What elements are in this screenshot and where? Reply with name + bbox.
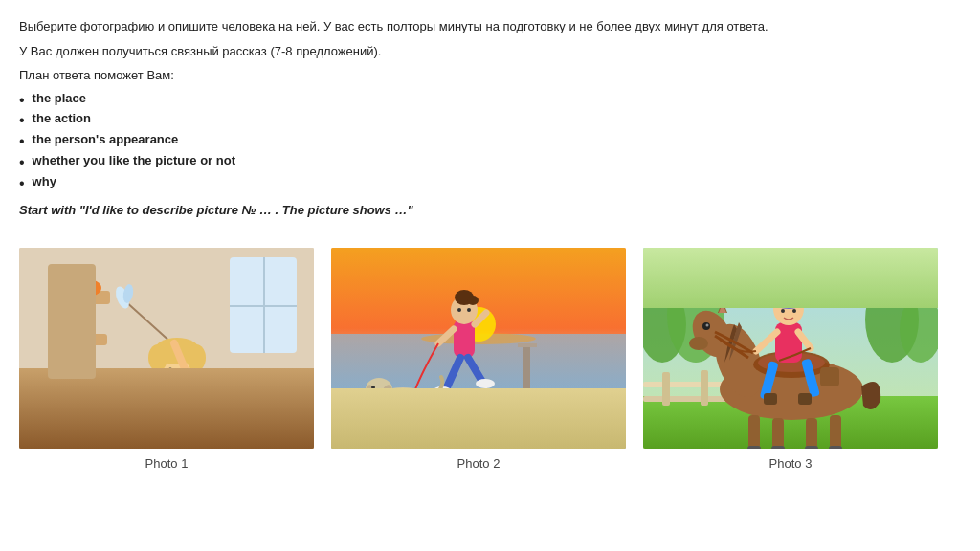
svg-point-57 — [366, 378, 392, 401]
photo-item-1[interactable]: Photo 1 — [19, 248, 314, 471]
svg-rect-9 — [53, 389, 115, 404]
svg-point-54 — [433, 386, 452, 396]
svg-rect-42 — [523, 343, 530, 391]
plan-item-1: •the place — [19, 91, 951, 111]
photo-caption-1: Photo 1 — [145, 456, 189, 471]
svg-point-35 — [142, 438, 161, 448]
svg-point-16 — [81, 281, 87, 285]
svg-point-106 — [781, 309, 785, 313]
plan-item-text-3: the person's appearance — [33, 132, 179, 146]
svg-rect-89 — [830, 415, 841, 449]
svg-point-30 — [168, 368, 173, 373]
svg-point-55 — [476, 379, 495, 388]
svg-rect-99 — [764, 393, 777, 405]
svg-point-105 — [771, 294, 806, 307]
bullet-5: • — [19, 174, 25, 194]
svg-point-83 — [706, 324, 709, 327]
plan-item-3: •the person's appearance — [19, 132, 951, 152]
photo-item-2[interactable]: Photo 2 — [331, 248, 626, 471]
plan-item-4: •whether you like the picture or not — [19, 153, 951, 173]
svg-rect-75 — [662, 372, 670, 406]
plan-item-text-4: whether you like the picture or not — [33, 153, 235, 167]
bullet-4: • — [19, 153, 25, 173]
svg-marker-13 — [86, 269, 92, 276]
instruction-line1: Выберите фотографию и опишите человека н… — [19, 17, 951, 36]
photo-item-3[interactable]: Photo 3 — [643, 248, 938, 471]
svg-rect-7 — [57, 291, 110, 304]
svg-point-31 — [182, 368, 187, 373]
plan-item-2: •the action — [19, 111, 951, 131]
svg-rect-40 — [331, 391, 626, 449]
svg-point-56 — [374, 387, 432, 410]
svg-rect-43 — [518, 343, 537, 347]
svg-point-61 — [369, 391, 375, 395]
plan-item-text-1: the place — [33, 91, 86, 105]
bullet-1: • — [19, 91, 25, 111]
start-label: Start with — [19, 203, 79, 217]
start-phrase: Start with "I'd like to describe picture… — [19, 203, 951, 217]
photo-caption-2: Photo 2 — [457, 456, 501, 471]
svg-rect-87 — [772, 418, 784, 449]
svg-rect-100 — [798, 393, 812, 405]
svg-point-47 — [467, 296, 479, 305]
svg-point-10 — [67, 278, 101, 298]
svg-line-65 — [424, 408, 427, 425]
svg-rect-93 — [829, 446, 842, 449]
svg-point-28 — [148, 344, 167, 371]
svg-point-49 — [467, 308, 471, 312]
svg-point-29 — [187, 344, 206, 371]
svg-point-36 — [187, 438, 206, 448]
svg-rect-86 — [748, 415, 760, 449]
instruction-line2: У Вас должен получиться связный рассказ … — [19, 42, 951, 61]
svg-rect-76 — [701, 370, 708, 406]
svg-line-64 — [410, 410, 412, 428]
svg-rect-5 — [230, 305, 297, 307]
svg-rect-66 — [375, 396, 387, 400]
photo-box-3[interactable] — [643, 248, 938, 449]
instructions-block: Выберите фотографию и опишите человека н… — [19, 17, 951, 217]
plan-list: •the place •the action •the person's app… — [19, 91, 951, 194]
svg-rect-6 — [72, 296, 89, 396]
svg-point-60 — [371, 386, 375, 389]
svg-line-62 — [381, 408, 387, 425]
svg-point-107 — [792, 309, 796, 313]
svg-point-33 — [147, 425, 178, 450]
plan-item-text-2: the action — [33, 111, 91, 125]
photo-box-1[interactable] — [19, 248, 314, 449]
svg-point-14 — [79, 277, 83, 281]
photo-caption-3: Photo 3 — [769, 456, 813, 471]
svg-rect-96 — [820, 367, 839, 386]
bullet-3: • — [19, 132, 25, 152]
bullet-2: • — [19, 111, 25, 131]
svg-rect-1 — [19, 391, 314, 449]
svg-marker-12 — [77, 269, 82, 276]
svg-rect-8 — [59, 334, 107, 345]
svg-rect-25 — [161, 410, 197, 430]
svg-point-81 — [689, 337, 708, 350]
svg-point-48 — [457, 308, 461, 312]
svg-point-20 — [148, 396, 206, 434]
plan-item-text-5: why — [33, 174, 56, 188]
photo-box-2[interactable] — [331, 248, 626, 449]
svg-rect-90 — [747, 446, 761, 449]
svg-line-63 — [393, 410, 398, 427]
svg-point-103 — [771, 286, 806, 309]
svg-rect-92 — [805, 446, 818, 449]
svg-rect-91 — [771, 446, 785, 449]
svg-point-11 — [75, 274, 94, 289]
svg-point-15 — [86, 277, 90, 281]
plan-item-5: •why — [19, 174, 951, 194]
photos-container: Photo 1 — [19, 248, 951, 471]
svg-point-34 — [176, 425, 207, 450]
svg-rect-88 — [806, 418, 817, 449]
start-phrase-text: "I'd like to describe picture № … . The … — [79, 203, 413, 217]
plan-intro: План ответа поможет Вам: — [19, 66, 951, 85]
svg-rect-104 — [771, 300, 806, 306]
svg-rect-21 — [153, 386, 196, 415]
